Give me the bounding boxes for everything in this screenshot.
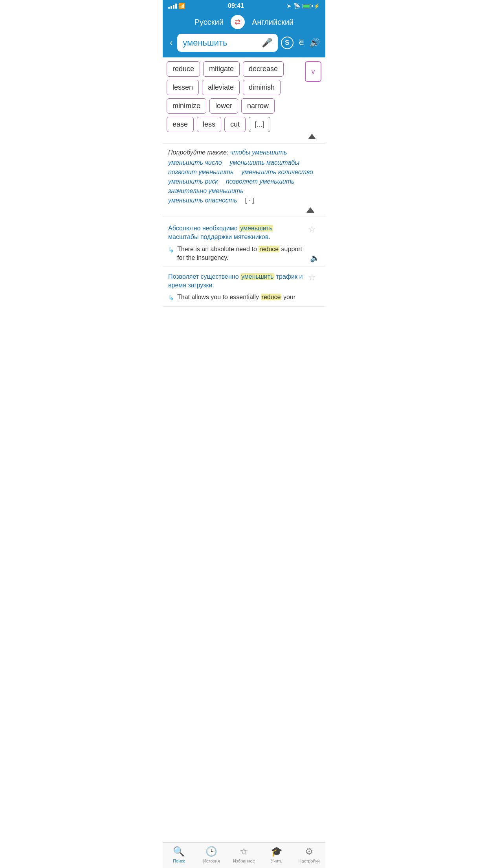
status-time: 09:41 [228, 2, 244, 9]
example-ru-1: Абсолютно необходимо уменьшить масштабы … [168, 224, 304, 242]
s-button[interactable]: S [281, 37, 294, 49]
collapse-also-button[interactable]: [ - ] [245, 197, 254, 204]
example-item-2: Позволяет существенно уменьшить трафик и… [163, 267, 325, 307]
search-input[interactable]: уменьшить [183, 38, 227, 48]
search-box[interactable]: уменьшить 🎤 [177, 34, 278, 52]
also-link-6[interactable]: позволяет уменьшить [226, 178, 295, 185]
header-action-icons: S ⋷ 🔊 [281, 37, 320, 49]
arrow-icon-1: ↳ [168, 246, 174, 254]
translations-area: reduce mitigate decrease lessen alleviat… [163, 57, 325, 143]
location-icon: ➤ [287, 3, 291, 9]
highlight-en-2: reduce [261, 294, 282, 300]
collapse-icon [308, 134, 316, 139]
translation-tag-narrow[interactable]: narrow [241, 98, 275, 114]
status-bar: 📶 09:41 ➤ 📡 ⚡ [163, 0, 325, 11]
grid-icon[interactable]: ⋷ [298, 38, 305, 48]
also-link-3[interactable]: позволит уменьшить [168, 169, 233, 176]
also-try-links: уменьшить число уменьшить масштабы позво… [168, 159, 320, 204]
also-link-8[interactable]: уменьшить опасность [168, 197, 237, 204]
collapse-translations-button[interactable] [167, 132, 321, 142]
example-en-2: That allows you to essentially reduce yo… [177, 293, 295, 302]
charge-icon: ⚡ [314, 3, 320, 9]
highlight-2: уменьшить [240, 273, 274, 280]
example-ru-2: Позволяет существенно уменьшить трафик и… [168, 272, 304, 290]
example-content-2: Позволяет существенно уменьшить трафик и… [168, 272, 304, 303]
translation-tag-cut[interactable]: cut [224, 117, 246, 132]
example-en-1: There is an absolute need to reduce supp… [177, 245, 304, 263]
target-language[interactable]: Английский [252, 18, 294, 27]
also-link-5[interactable]: уменьшить риск [168, 178, 218, 185]
also-try-section: Попробуйте также: чтобы уменьшить уменьш… [163, 143, 325, 217]
translation-tag-mitigate[interactable]: mitigate [203, 61, 240, 77]
swap-languages-button[interactable]: ⇄ [231, 15, 245, 29]
translation-tag-lower[interactable]: lower [209, 98, 238, 114]
battery-fill [303, 5, 310, 7]
translation-tag-alleviate[interactable]: alleviate [202, 80, 240, 95]
collapse-also-row [168, 204, 320, 214]
also-link-7[interactable]: значительно уменьшить [168, 188, 244, 195]
wifi-icon: 📶 [178, 3, 185, 9]
also-link-0[interactable]: чтобы уменьшить [230, 149, 287, 156]
v-filter-button[interactable]: v [305, 61, 321, 82]
examples-area: Абсолютно необходимо уменьшить масштабы … [163, 217, 325, 308]
example-item-1: Абсолютно необходимо уменьшить масштабы … [163, 219, 325, 267]
source-language[interactable]: Русский [194, 18, 224, 27]
translation-tag-ease[interactable]: ease [167, 117, 194, 132]
example-en-row-1: ↳ There is an absolute need to reduce su… [168, 245, 304, 263]
arrow-icon-2: ↳ [168, 294, 174, 302]
signal-icon [168, 4, 177, 9]
speaker-icon[interactable]: 🔊 [309, 38, 320, 48]
translation-tag-lessen[interactable]: lessen [167, 80, 199, 95]
also-link-2[interactable]: уменьшить масштабы [230, 159, 299, 166]
also-link-1[interactable]: уменьшить число [168, 159, 222, 166]
highlight-1: уменьшить [239, 225, 273, 232]
translation-tag-reduce[interactable]: reduce [167, 61, 200, 77]
translation-tag-decrease[interactable]: decrease [243, 61, 284, 77]
translations-grid: reduce mitigate decrease lessen alleviat… [167, 61, 321, 132]
battery-container [303, 4, 311, 8]
status-right: ➤ 📡 ⚡ [287, 3, 320, 9]
favorite-button-2[interactable]: ☆ [308, 272, 316, 283]
main-content: reduce mitigate decrease lessen alleviat… [163, 57, 325, 336]
header: Русский ⇄ Английский ‹ уменьшить 🎤 S ⋷ 🔊 [163, 11, 325, 57]
swap-icon: ⇄ [235, 18, 240, 26]
example-right-2: ☆ [308, 272, 320, 303]
example-right-1: ☆ 🔈 [308, 224, 320, 263]
status-left: 📶 [168, 3, 185, 9]
microphone-icon[interactable]: 🎤 [262, 38, 272, 48]
also-try-header: Попробуйте также: чтобы уменьшить [168, 149, 320, 156]
speaker-button-1[interactable]: 🔈 [310, 253, 320, 263]
favorite-button-1[interactable]: ☆ [308, 224, 316, 234]
bluetooth-icon: 📡 [294, 3, 300, 9]
also-link-4[interactable]: уменьшить количество [241, 169, 313, 176]
translation-tag-diminish[interactable]: diminish [243, 80, 281, 95]
example-en-row-2: ↳ That allows you to essentially reduce … [168, 293, 304, 302]
example-content-1: Абсолютно необходимо уменьшить масштабы … [168, 224, 304, 263]
language-selector-row: Русский ⇄ Английский [168, 15, 320, 29]
highlight-en-1: reduce [259, 246, 279, 252]
search-row: ‹ уменьшить 🎤 S ⋷ 🔊 [168, 34, 320, 52]
translation-tag-more[interactable]: [...] [249, 117, 270, 132]
translation-tag-less[interactable]: less [197, 117, 221, 132]
collapse-also-icon[interactable] [306, 207, 314, 213]
battery-icon [303, 4, 311, 8]
also-try-label: Попробуйте также: [168, 149, 230, 156]
back-button[interactable]: ‹ [168, 36, 174, 50]
translation-tag-minimize[interactable]: minimize [167, 98, 206, 114]
